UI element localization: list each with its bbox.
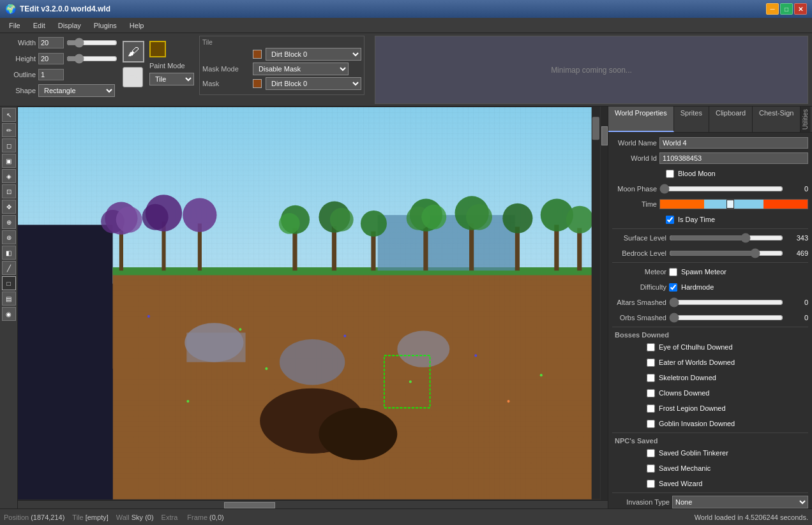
- blood-moon-label: Blood Moon: [678, 170, 716, 177]
- tool-select[interactable]: ⊡: [2, 184, 16, 198]
- tile-section-header: Tile: [202, 39, 361, 46]
- svg-rect-23: [371, 232, 375, 270]
- svg-rect-32: [515, 227, 520, 271]
- outline-input[interactable]: [38, 69, 64, 80]
- boss-clowns-checkbox[interactable]: [647, 389, 655, 397]
- spawn-meteor-label: Spawn Meteor: [681, 268, 726, 276]
- world-name-row: World Name: [612, 137, 808, 149]
- world-view[interactable]: [18, 107, 600, 500]
- svg-point-16: [183, 198, 216, 232]
- eraser-btn[interactable]: ✏: [123, 67, 143, 87]
- npc-mechanic-checkbox[interactable]: [647, 464, 655, 473]
- svg-rect-7: [378, 215, 515, 270]
- titlebar-title: TEdit v3.2.0.0 world4.wld: [20, 4, 110, 13]
- height-slider[interactable]: [66, 54, 117, 63]
- menu-display[interactable]: Display: [52, 20, 87, 31]
- tool-move[interactable]: ✥: [2, 200, 16, 214]
- mask-mode-select[interactable]: Disable Mask Enable Mask: [253, 63, 349, 75]
- extra-label: Extra: [162, 514, 178, 521]
- world-loaded-status: World loaded in 4.5206244 seconds.: [695, 514, 808, 521]
- minimize-button[interactable]: ─: [766, 3, 779, 15]
- npc-mechanic-row: Saved Mechanic: [612, 462, 808, 475]
- world-name-input[interactable]: [659, 137, 808, 149]
- tool-eyedrop[interactable]: ◈: [2, 169, 16, 183]
- divider-3: [612, 327, 808, 327]
- boss-goblin-checkbox[interactable]: [647, 420, 655, 428]
- tool-region[interactable]: ▤: [2, 292, 16, 306]
- is-daytime-checkbox[interactable]: [666, 216, 674, 224]
- boss-frost-checkbox[interactable]: [647, 404, 655, 413]
- boss-goblin-label: Goblin Invasion Downed: [659, 420, 735, 427]
- tool-fill[interactable]: ▣: [2, 154, 16, 168]
- svg-point-33: [502, 203, 532, 233]
- tool-sprite[interactable]: ◉: [2, 307, 16, 321]
- menu-plugins[interactable]: Plugins: [87, 20, 123, 31]
- menu-edit[interactable]: Edit: [27, 20, 52, 31]
- shape-select[interactable]: Rectangle Ellipse Right Triangle: [38, 84, 115, 97]
- tab-chest-sign[interactable]: Chest-Sign: [753, 107, 801, 132]
- npc-wizard-checkbox[interactable]: [647, 480, 655, 488]
- tool-shape[interactable]: □: [2, 276, 16, 290]
- bedrock-level-slider[interactable]: [669, 249, 783, 258]
- svg-point-45: [147, 315, 150, 318]
- tool-wand[interactable]: ⊛: [2, 230, 16, 244]
- world-id-input[interactable]: [659, 152, 808, 164]
- menu-help[interactable]: Help: [123, 20, 151, 31]
- tab-sprites[interactable]: Sprites: [674, 107, 709, 132]
- svg-rect-29: [469, 223, 474, 270]
- close-button[interactable]: ✕: [794, 3, 807, 15]
- brush-btn[interactable]: 🖌: [123, 41, 144, 63]
- horizontal-scrollbar[interactable]: [18, 500, 608, 508]
- tile-select[interactable]: Dirt Block 0 Stone Block 0 Grass: [266, 48, 361, 61]
- tile-type-select[interactable]: Tile Wall Wire: [149, 73, 194, 85]
- boss-cthulhu-row: Eye of Cthulhu Downed: [612, 341, 808, 353]
- difficulty-value: Hardmode: [681, 283, 714, 291]
- menu-file[interactable]: File: [3, 20, 27, 31]
- npc-goblin-label: Saved Goblin Tinkerer: [659, 449, 728, 457]
- boss-cthulhu-checkbox[interactable]: [647, 343, 655, 351]
- tool-line[interactable]: ╱: [2, 261, 16, 275]
- width-slider[interactable]: [66, 38, 117, 47]
- boss-skeletron-checkbox[interactable]: [647, 374, 655, 382]
- vscroll-thumb[interactable]: [601, 126, 608, 145]
- surface-level-slider[interactable]: [669, 233, 783, 242]
- tab-world-properties[interactable]: World Properties: [608, 107, 674, 132]
- tool-arrow[interactable]: ↖: [2, 108, 16, 122]
- altars-slider[interactable]: [669, 298, 783, 307]
- time-slider-container[interactable]: [659, 199, 808, 209]
- boss-eater-checkbox[interactable]: [647, 359, 655, 367]
- hscroll-thumb[interactable]: [224, 502, 275, 508]
- boss-frost-row: Frost Legion Downed: [612, 402, 808, 415]
- menubar: File Edit Display Plugins Help: [0, 18, 812, 33]
- maximize-button[interactable]: □: [780, 3, 793, 15]
- svg-rect-20: [332, 226, 336, 270]
- mask-select[interactable]: Dirt Block 0 Stone Block 0: [266, 77, 361, 90]
- width-input[interactable]: [38, 37, 64, 48]
- tab-clipboard[interactable]: Clipboard: [709, 107, 753, 132]
- height-input[interactable]: [38, 53, 64, 64]
- tool-paste[interactable]: ◧: [2, 246, 16, 260]
- world-name-label: World Name: [612, 139, 657, 147]
- tool-eraser[interactable]: ◻: [2, 138, 16, 152]
- difficulty-checkbox[interactable]: [669, 283, 677, 292]
- canvas-inner: [18, 107, 608, 500]
- npc-goblin-checkbox[interactable]: [647, 449, 655, 457]
- orbs-slider[interactable]: [669, 313, 783, 322]
- svg-point-11: [116, 207, 142, 233]
- svg-rect-56: [592, 117, 599, 140]
- moon-phase-slider[interactable]: [659, 184, 783, 193]
- blood-moon-checkbox[interactable]: [666, 170, 674, 178]
- tool-zoom[interactable]: ⊕: [2, 215, 16, 229]
- tool-pencil[interactable]: ✏: [2, 123, 16, 137]
- divider-2: [612, 262, 808, 263]
- surface-level-value: 343: [786, 234, 808, 242]
- invasion-type-select[interactable]: None Goblin Army Frost Legion: [672, 496, 808, 508]
- right-panel-content[interactable]: World Name World Id Blood Moon Moon Phas…: [608, 133, 812, 508]
- vertical-scrollbar[interactable]: [600, 107, 608, 500]
- invasion-type-row: Invasion Type None Goblin Army Frost Leg…: [612, 496, 808, 508]
- npc-mechanic-label: Saved Mechanic: [659, 464, 710, 472]
- time-slider-handle[interactable]: [726, 200, 734, 209]
- frame-status: Frame (0,0): [187, 514, 223, 521]
- meteor-checkbox[interactable]: [669, 268, 677, 276]
- boss-eater-label: Eater of Worlds Downed: [659, 359, 735, 366]
